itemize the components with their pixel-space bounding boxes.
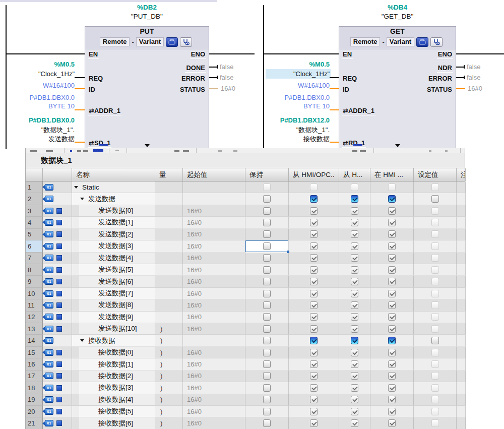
start-value-cell[interactable]: 16#0 bbox=[183, 264, 245, 276]
truncated-type-cell[interactable] bbox=[155, 264, 183, 276]
truncated-type-cell[interactable] bbox=[155, 205, 183, 217]
start-value-cell[interactable]: 16#0 bbox=[183, 299, 245, 311]
hmi-visible-checkbox[interactable] bbox=[388, 195, 396, 203]
truncated-type-cell[interactable]: ) bbox=[155, 406, 183, 417]
hmi-write-checkbox-cell[interactable] bbox=[339, 323, 370, 335]
name-cell[interactable]: 接收数据[2] bbox=[72, 371, 155, 382]
start-value-cell[interactable]: 16#0 bbox=[183, 312, 245, 323]
retain-checkbox-cell[interactable] bbox=[245, 358, 289, 370]
row-number[interactable]: 7 bbox=[26, 253, 43, 264]
expand-parameters-icon[interactable] bbox=[145, 144, 150, 147]
hmi-opc-checkbox-cell[interactable] bbox=[289, 335, 339, 346]
truncated-type-cell[interactable]: ) bbox=[155, 371, 183, 382]
retain-checkbox[interactable] bbox=[263, 313, 271, 321]
operand-m05[interactable]: %M0.5 bbox=[9, 60, 75, 68]
row-number[interactable]: 6 bbox=[26, 240, 43, 252]
setpoint-checkbox[interactable] bbox=[431, 207, 439, 215]
hmi-write-checkbox-cell[interactable] bbox=[339, 358, 370, 370]
name-cell[interactable]: 接收数据[1] bbox=[72, 358, 155, 370]
hmi-visible-checkbox-cell[interactable] bbox=[370, 299, 414, 311]
hmi-visible-checkbox[interactable] bbox=[388, 419, 396, 427]
start-value-cell[interactable]: 16#0 bbox=[183, 417, 245, 429]
truncated-type-cell[interactable] bbox=[155, 181, 183, 193]
comment-cell[interactable] bbox=[457, 323, 466, 335]
setpoint-checkbox-cell[interactable] bbox=[414, 406, 457, 417]
setpoint-checkbox[interactable] bbox=[431, 183, 439, 191]
operand-clock[interactable]: "Clock_1Hz" bbox=[9, 70, 75, 78]
name-cell[interactable]: 接收数据 bbox=[72, 335, 155, 346]
hmi-write-checkbox-cell[interactable] bbox=[339, 229, 370, 240]
hmi-visible-checkbox-cell[interactable] bbox=[370, 371, 414, 382]
row-number[interactable]: 3 bbox=[26, 205, 43, 217]
comment-cell[interactable] bbox=[457, 299, 466, 311]
hmi-visible-checkbox-cell[interactable] bbox=[370, 417, 414, 429]
hmi-visible-checkbox-cell[interactable] bbox=[370, 205, 414, 217]
retain-checkbox[interactable] bbox=[263, 254, 271, 262]
hmi-opc-checkbox-cell[interactable] bbox=[289, 299, 339, 311]
hmi-opc-checkbox-cell[interactable] bbox=[289, 193, 339, 205]
name-cell[interactable]: 发送数据[10] bbox=[72, 323, 155, 335]
retain-checkbox-cell[interactable] bbox=[245, 406, 289, 417]
hmi-opc-checkbox[interactable] bbox=[310, 384, 318, 392]
hmi-visible-checkbox[interactable] bbox=[388, 290, 396, 297]
truncated-type-cell[interactable]: ) bbox=[155, 382, 183, 394]
retain-checkbox[interactable] bbox=[263, 242, 271, 250]
retain-checkbox-cell[interactable] bbox=[245, 264, 289, 276]
truncated-type-cell[interactable]: ) bbox=[155, 417, 183, 429]
hmi-opc-checkbox[interactable] bbox=[310, 337, 318, 344]
start-value-cell[interactable]: 16#0 bbox=[183, 240, 245, 252]
retain-checkbox[interactable] bbox=[263, 219, 271, 226]
hmi-opc-checkbox-cell[interactable] bbox=[289, 205, 339, 217]
setpoint-checkbox-cell[interactable] bbox=[414, 417, 457, 429]
retain-checkbox[interactable] bbox=[263, 372, 271, 380]
type-select-right[interactable]: Variant bbox=[387, 37, 414, 46]
truncated-type-cell[interactable] bbox=[155, 253, 183, 264]
retain-checkbox-cell[interactable] bbox=[245, 288, 289, 299]
setpoint-checkbox-cell[interactable] bbox=[414, 253, 457, 264]
setpoint-checkbox-cell[interactable] bbox=[414, 299, 457, 311]
hmi-visible-checkbox[interactable] bbox=[388, 384, 396, 392]
name-cell[interactable]: Static bbox=[72, 181, 155, 193]
hmi-opc-checkbox-cell[interactable] bbox=[289, 347, 339, 358]
start-value-cell[interactable]: 16#0 bbox=[183, 358, 245, 370]
collapse-triangle-icon[interactable] bbox=[80, 198, 84, 200]
retain-checkbox-cell[interactable] bbox=[245, 417, 289, 429]
setpoint-checkbox[interactable] bbox=[431, 266, 439, 274]
setpoint-checkbox[interactable] bbox=[431, 290, 439, 297]
truncated-type-cell[interactable]: ) bbox=[155, 347, 183, 358]
retain-checkbox-cell[interactable] bbox=[245, 193, 289, 205]
name-cell[interactable]: 发送数据[7] bbox=[72, 288, 155, 299]
hmi-write-checkbox-cell[interactable] bbox=[339, 288, 370, 299]
comment-cell[interactable] bbox=[457, 382, 466, 394]
get-instance-db-name[interactable]: "GET_DB" bbox=[339, 13, 456, 20]
setpoint-checkbox-cell[interactable] bbox=[414, 240, 457, 252]
setpoint-checkbox-cell[interactable] bbox=[414, 288, 457, 299]
comment-cell[interactable] bbox=[457, 217, 466, 228]
setpoint-checkbox[interactable] bbox=[431, 301, 439, 309]
operand-id[interactable]: W#16#100 bbox=[264, 82, 330, 89]
setpoint-checkbox-cell[interactable] bbox=[414, 193, 457, 205]
name-cell[interactable]: 接收数据[3] bbox=[72, 382, 155, 394]
hmi-visible-checkbox-cell[interactable] bbox=[370, 229, 414, 240]
truncated-type-cell[interactable] bbox=[155, 312, 183, 323]
operand-id[interactable]: W#16#100 bbox=[9, 82, 75, 89]
row-number[interactable]: 18 bbox=[26, 382, 43, 394]
hmi-write-checkbox[interactable] bbox=[351, 230, 358, 238]
comment-cell[interactable] bbox=[457, 312, 466, 323]
hmi-write-checkbox[interactable] bbox=[351, 313, 358, 321]
truncated-type-cell[interactable] bbox=[155, 276, 183, 287]
name-cell[interactable]: 发送数据[2] bbox=[72, 229, 155, 240]
hmi-write-checkbox-cell[interactable] bbox=[339, 312, 370, 323]
hmi-write-checkbox[interactable] bbox=[351, 266, 358, 274]
setpoint-checkbox-cell[interactable] bbox=[414, 382, 457, 394]
retain-checkbox[interactable] bbox=[263, 195, 271, 203]
hmi-opc-checkbox-cell[interactable] bbox=[289, 264, 339, 276]
setpoint-checkbox[interactable] bbox=[431, 219, 439, 226]
put-instance-db-name[interactable]: "PUT_DB" bbox=[85, 13, 209, 20]
hmi-opc-checkbox[interactable] bbox=[310, 183, 318, 191]
hmi-write-checkbox-cell[interactable] bbox=[339, 299, 370, 311]
stethoscope-icon[interactable] bbox=[430, 37, 443, 47]
name-cell[interactable]: 发送数据[6] bbox=[72, 276, 155, 287]
hmi-write-checkbox[interactable] bbox=[351, 242, 358, 250]
retain-checkbox[interactable] bbox=[263, 419, 271, 427]
